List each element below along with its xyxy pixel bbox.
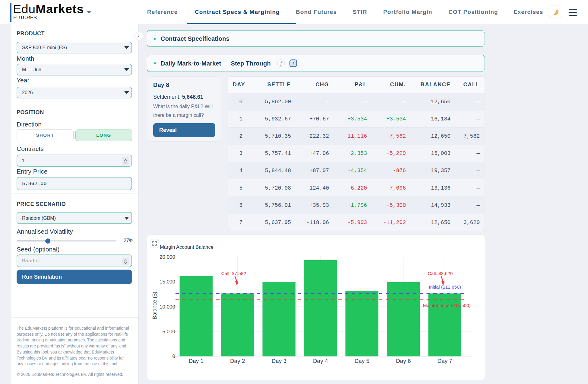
svg-text:Day 4: Day 4	[313, 358, 328, 364]
svg-text:5,000: 5,000	[162, 329, 175, 334]
svg-text:Day 5: Day 5	[354, 358, 369, 364]
svg-text:Day 7: Day 7	[437, 358, 452, 364]
svg-text:15,000: 15,000	[160, 279, 175, 285]
svg-text:Day 1: Day 1	[188, 358, 204, 364]
svg-text:Day 6: Day 6	[396, 358, 411, 364]
svg-text:Balance ($): Balance ($)	[152, 292, 158, 319]
svg-text:20,000: 20,000	[160, 254, 175, 260]
svg-text:0: 0	[172, 354, 175, 359]
svg-text:Maintenance ($11,500): Maintenance ($11,500)	[423, 303, 471, 308]
svg-text:Day 2: Day 2	[230, 358, 245, 364]
svg-text:Call: $3,620: Call: $3,620	[428, 271, 453, 276]
svg-text:Day 3: Day 3	[271, 358, 286, 364]
svg-text:10,000: 10,000	[160, 304, 175, 310]
svg-text:Call: $7,582: Call: $7,582	[221, 271, 246, 276]
svg-text:Initial ($12,650): Initial ($12,650)	[429, 284, 461, 290]
